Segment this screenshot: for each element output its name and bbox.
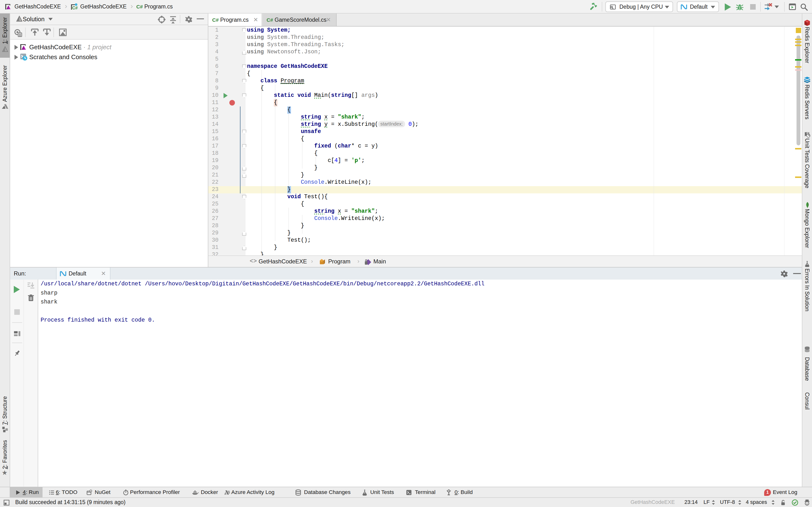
svg-text:C#: C# <box>72 6 78 10</box>
